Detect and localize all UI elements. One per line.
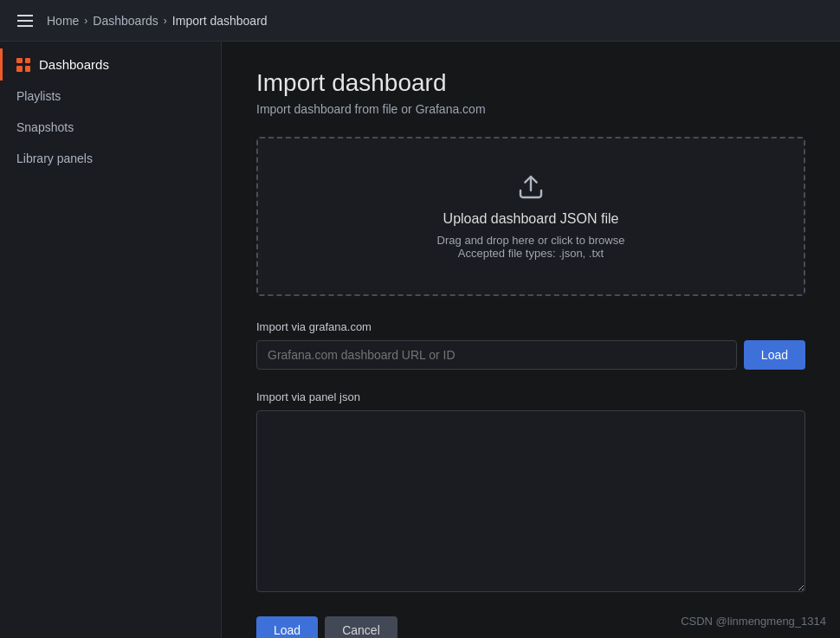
upload-hint-line1: Drag and drop here or click to browse xyxy=(437,234,625,247)
main-layout: Dashboards Playlists Snapshots Library p… xyxy=(0,42,840,638)
sidebar-item-playlists[interactable]: Playlists xyxy=(0,81,221,112)
content-area: Import dashboard Import dashboard from f… xyxy=(222,42,840,638)
topnav: Home › Dashboards › Import dashboard xyxy=(0,0,840,42)
upload-hint-line2: Accepted file types: .json, .txt xyxy=(458,247,604,260)
sidebar-playlists-label: Playlists xyxy=(16,89,61,103)
panel-json-label: Import via panel json xyxy=(256,390,805,403)
sidebar: Dashboards Playlists Snapshots Library p… xyxy=(0,42,222,638)
upload-hint: Drag and drop here or click to browse Ac… xyxy=(437,234,625,260)
breadcrumb-home[interactable]: Home xyxy=(47,14,79,28)
breadcrumb-sep-2: › xyxy=(164,15,167,27)
sidebar-item-snapshots[interactable]: Snapshots xyxy=(0,112,221,143)
cancel-button[interactable]: Cancel xyxy=(325,616,397,638)
grafana-input-row: Load xyxy=(256,340,805,370)
sidebar-snapshots-label: Snapshots xyxy=(16,120,74,134)
sidebar-item-library-panels[interactable]: Library panels xyxy=(0,143,221,174)
dashboards-icon xyxy=(16,58,30,72)
watermark: CSDN @linmengmeng_1314 xyxy=(681,615,826,628)
grafana-import-label: Import via grafana.com xyxy=(256,320,805,333)
grafana-import-section: Import via grafana.com Load xyxy=(256,320,805,370)
breadcrumb-current: Import dashboard xyxy=(172,14,268,28)
panel-json-textarea[interactable] xyxy=(256,410,805,592)
load-button[interactable]: Load xyxy=(256,616,318,638)
sidebar-library-panels-label: Library panels xyxy=(16,151,93,165)
page-subtitle: Import dashboard from file or Grafana.co… xyxy=(256,102,805,116)
grafana-load-button[interactable]: Load xyxy=(744,340,805,370)
grafana-url-input[interactable] xyxy=(256,340,737,370)
breadcrumb-dashboards[interactable]: Dashboards xyxy=(93,14,158,28)
hamburger-menu[interactable] xyxy=(14,11,36,30)
sidebar-dashboards-label: Dashboards xyxy=(39,57,109,72)
panel-json-section: Import via panel json xyxy=(256,390,805,596)
breadcrumb-sep-1: › xyxy=(84,15,87,27)
upload-title: Upload dashboard JSON file xyxy=(443,211,619,227)
page-title: Import dashboard xyxy=(256,69,805,97)
sidebar-item-dashboards[interactable]: Dashboards xyxy=(0,48,221,81)
breadcrumb: Home › Dashboards › Import dashboard xyxy=(47,14,268,28)
upload-icon xyxy=(517,173,545,201)
upload-zone[interactable]: Upload dashboard JSON file Drag and drop… xyxy=(256,137,805,296)
